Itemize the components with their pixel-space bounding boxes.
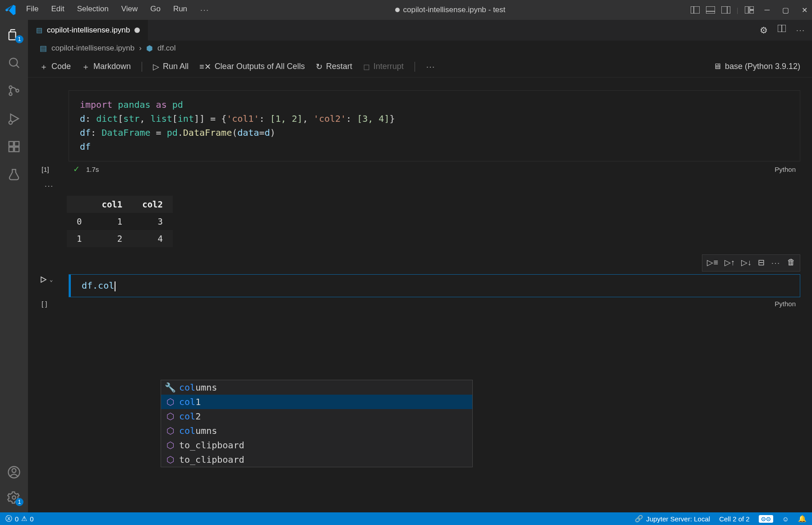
- clear-icon: ≡✕: [199, 62, 211, 72]
- breadcrumb-symbol[interactable]: df.col: [157, 44, 176, 53]
- kernel-picker[interactable]: 🖥base (Python 3.9.12): [713, 62, 800, 71]
- svg-point-12: [9, 92, 12, 95]
- split-editor-icon[interactable]: [778, 25, 786, 36]
- cell-more-icon[interactable]: ⋯: [771, 258, 781, 268]
- run-debug-icon[interactable]: [7, 112, 21, 125]
- search-icon[interactable]: [7, 56, 21, 69]
- cell-1-status: [1] ✓ 1.7s Python: [69, 161, 800, 176]
- cube-icon: ⬡: [166, 425, 175, 436]
- add-markdown-button[interactable]: ＋Markdown: [82, 61, 131, 72]
- cube-icon: ⬡: [166, 440, 175, 451]
- testing-icon[interactable]: [7, 168, 21, 181]
- suggestion-item[interactable]: 🔧 columns: [161, 380, 472, 395]
- suggestion-item[interactable]: ⬡ to_clipboard: [161, 438, 472, 452]
- notebook[interactable]: import pandas as pd d: dict[str, list[in…: [28, 78, 812, 512]
- breadcrumb-file-icon: ▤: [40, 44, 47, 53]
- tab-more-icon[interactable]: ⋯: [796, 25, 806, 36]
- suggestion-item[interactable]: ⬡ col1: [161, 395, 472, 409]
- svg-point-9: [9, 58, 18, 66]
- add-code-button[interactable]: ＋Code: [40, 61, 71, 72]
- jupyter-server-button[interactable]: 🔗Jupyter Server: Local: [635, 515, 710, 523]
- menu-edit[interactable]: Edit: [51, 5, 64, 15]
- minimize-icon[interactable]: ─: [765, 6, 770, 14]
- toolbar-more-icon[interactable]: ⋯: [426, 61, 436, 72]
- close-icon[interactable]: ✕: [802, 6, 807, 14]
- svg-line-10: [16, 65, 19, 68]
- check-icon: ✓: [73, 164, 80, 174]
- notebook-icon: ▤: [36, 26, 42, 34]
- extensions-icon[interactable]: [7, 140, 21, 153]
- menu-selection[interactable]: Selection: [77, 5, 109, 15]
- accounts-icon[interactable]: [7, 465, 21, 479]
- suggestion-item[interactable]: ⬡ to_clipboard: [161, 452, 472, 467]
- server-icon: 🖥: [713, 62, 721, 71]
- cell-1-code[interactable]: import pandas as pd d: dict[str, list[in…: [69, 90, 800, 161]
- settings-icon[interactable]: 1: [7, 491, 21, 504]
- cell-2-exec-count: [ ]: [42, 300, 47, 308]
- svg-point-22: [12, 469, 16, 473]
- split-cell-icon[interactable]: ⊟: [758, 258, 765, 268]
- cell-2-editor[interactable]: df.col: [69, 274, 800, 297]
- copilot-button[interactable]: ⊙⊙: [759, 515, 773, 523]
- svg-point-23: [12, 496, 16, 499]
- layout-icon-1[interactable]: [691, 6, 700, 14]
- cube-icon: ⬡: [166, 454, 175, 465]
- cell-2-toolbar: ▷≡ ▷↑ ▷↓ ⊟ ⋯ 🗑: [702, 254, 800, 272]
- cube-icon: ⬡: [166, 396, 175, 407]
- svg-rect-4: [721, 6, 730, 14]
- intellisense-popup[interactable]: 🔧 columns ⬡ col1 ⬡ col2 ⬡ columns ⬡ t: [161, 380, 473, 467]
- settings-badge: 1: [15, 498, 23, 506]
- feedback-icon[interactable]: ☺: [782, 515, 789, 523]
- activity-bar: 1 1: [0, 20, 28, 512]
- clear-outputs-button[interactable]: ≡✕Clear Outputs of All Cells: [199, 62, 305, 72]
- svg-rect-2: [706, 6, 715, 14]
- problems-button[interactable]: ⓧ0 ⚠0: [5, 515, 34, 523]
- run-all-icon: ▷: [153, 62, 159, 72]
- interrupt-button: ◻Interrupt: [363, 62, 404, 72]
- dirty-indicator-icon: [395, 8, 400, 12]
- delete-cell-icon[interactable]: 🗑: [787, 258, 795, 268]
- svg-rect-8: [750, 10, 754, 14]
- cell-status[interactable]: Cell 2 of 2: [719, 515, 750, 523]
- cell-1-gutter: [40, 90, 62, 176]
- suggestion-item[interactable]: ⬡ col2: [161, 409, 472, 424]
- explorer-icon[interactable]: 1: [7, 28, 21, 41]
- layout-icon-3[interactable]: [721, 6, 730, 14]
- cell-output-collapse-icon[interactable]: ⋯: [44, 181, 54, 191]
- layout-customize-icon[interactable]: [745, 6, 754, 14]
- breadcrumbs[interactable]: ▤ copilot-intellisense.ipynb › ⬢ df.col: [28, 41, 812, 56]
- tab-bar: ▤ copilot-intellisense.ipynb ⚙ ⋯: [28, 20, 812, 41]
- svg-rect-0: [691, 6, 700, 14]
- execute-above-icon[interactable]: ▷↑: [724, 258, 735, 268]
- tab-gear-icon[interactable]: ⚙: [760, 25, 768, 36]
- run-by-line-icon[interactable]: ▷≡: [707, 258, 718, 268]
- titlebar: File Edit Selection View Go Run ⋯ copilo…: [0, 0, 812, 20]
- maximize-icon[interactable]: ▢: [782, 6, 789, 14]
- cell-1-lang[interactable]: Python: [775, 166, 796, 173]
- menu-file[interactable]: File: [26, 5, 38, 15]
- restart-button[interactable]: ↻Restart: [316, 62, 352, 72]
- cell-2: ▷≡ ▷↑ ▷↓ ⊟ ⋯ 🗑 ⌄: [40, 274, 800, 309]
- source-control-icon[interactable]: [7, 84, 21, 97]
- breadcrumb-file[interactable]: copilot-intellisense.ipynb: [51, 44, 134, 53]
- menu-more-icon[interactable]: ⋯: [200, 5, 210, 15]
- run-all-button[interactable]: ▷Run All: [153, 62, 189, 72]
- menu-run[interactable]: Run: [173, 5, 187, 15]
- execute-below-icon[interactable]: ▷↓: [741, 258, 752, 268]
- tab-active[interactable]: ▤ copilot-intellisense.ipynb: [28, 20, 148, 41]
- suggestion-item[interactable]: ⬡ columns: [161, 424, 472, 438]
- window-title: copilot-intellisense.ipynb - test: [210, 5, 691, 14]
- cell-2-lang[interactable]: Python: [775, 300, 796, 308]
- copilot-icon: ⊙⊙: [759, 515, 773, 523]
- run-cell-button[interactable]: ⌄: [40, 276, 62, 283]
- bell-icon[interactable]: 🔔: [798, 515, 807, 523]
- vscode-logo: [5, 4, 16, 16]
- output-table: col1 col2 0 1 3 1 2 4: [67, 196, 173, 247]
- menu-view[interactable]: View: [121, 5, 138, 15]
- chevron-down-icon[interactable]: ⌄: [50, 276, 53, 283]
- link-icon: 🔗: [635, 515, 643, 523]
- cell-2-code[interactable]: df.col: [82, 280, 114, 291]
- layout-icon-2[interactable]: [706, 6, 715, 14]
- menu-go[interactable]: Go: [150, 5, 161, 15]
- notebook-toolbar: ＋Code ＋Markdown ▷Run All ≡✕Clear Outputs…: [28, 56, 812, 78]
